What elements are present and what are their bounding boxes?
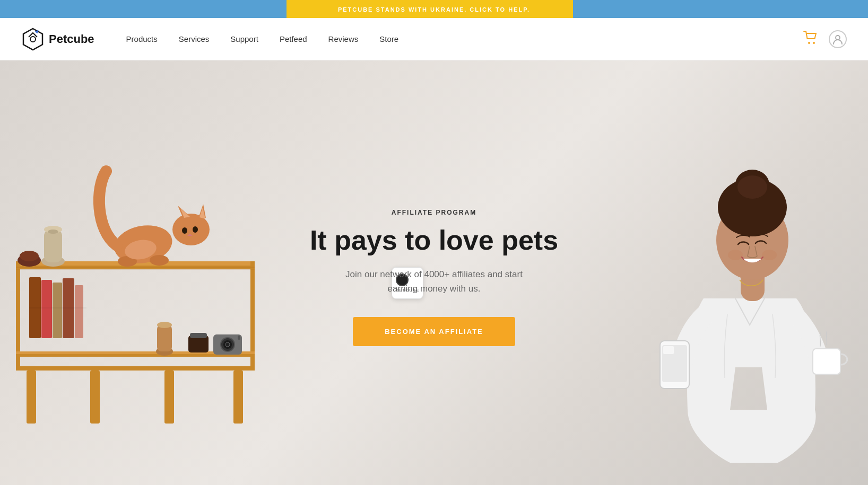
svg-rect-13 (90, 371, 100, 424)
svg-point-32 (225, 342, 230, 347)
user-icon[interactable] (829, 30, 847, 48)
svg-rect-15 (233, 371, 243, 424)
svg-rect-22 (75, 285, 83, 338)
svg-point-47 (182, 227, 187, 234)
svg-point-57 (728, 250, 743, 260)
nav-support[interactable]: Support (230, 34, 258, 43)
svg-rect-11 (16, 366, 255, 371)
logo-icon (21, 28, 45, 51)
hero-person (656, 104, 868, 485)
svg-point-37 (48, 230, 58, 234)
svg-point-39 (20, 251, 39, 261)
svg-rect-12 (27, 371, 36, 424)
hero-section: AFFILIATE PROGRAM It pays to love pets J… (0, 60, 868, 485)
svg-point-49 (150, 255, 169, 266)
svg-rect-14 (164, 371, 174, 424)
svg-point-46 (193, 226, 198, 233)
hero-center: AFFILIATE PROGRAM It pays to love pets J… (310, 209, 558, 346)
cart-icon[interactable] (803, 31, 818, 48)
svg-rect-62 (813, 349, 840, 374)
svg-point-58 (762, 250, 777, 260)
nav-petfeed[interactable]: Petfeed (280, 34, 307, 43)
svg-rect-33 (238, 336, 240, 340)
svg-marker-0 (23, 29, 42, 50)
hero-subtitle: Join our network of 4000+ affiliates and… (344, 267, 524, 296)
svg-rect-20 (53, 283, 62, 338)
nav-products[interactable]: Products (126, 34, 158, 43)
svg-rect-61 (663, 346, 674, 354)
svg-rect-19 (41, 280, 52, 338)
hero-left-scene (0, 60, 276, 485)
svg-point-3 (813, 42, 815, 44)
banner-text: PETCUBE STANDS WITH UKRAINE. CLICK TO HE… (338, 6, 530, 13)
nav-icons (803, 30, 847, 48)
svg-point-26 (157, 322, 172, 328)
svg-point-2 (808, 42, 810, 44)
svg-rect-16 (16, 267, 255, 268)
logo-text: Petcube (49, 32, 94, 46)
svg-rect-25 (157, 325, 172, 351)
logo[interactable]: Petcube (21, 28, 94, 51)
navbar: Petcube Products Services Support Petfee… (0, 18, 868, 60)
nav-reviews[interactable]: Reviews (328, 34, 359, 43)
affiliate-label: AFFILIATE PROGRAM (310, 209, 558, 216)
nav-links: Products Services Support Petfeed Review… (126, 34, 803, 43)
svg-rect-35 (44, 230, 62, 262)
nav-services[interactable]: Services (179, 34, 210, 43)
svg-point-1 (30, 37, 36, 42)
svg-rect-17 (16, 269, 255, 270)
ukraine-banner[interactable]: PETCUBE STANDS WITH UKRAINE. CLICK TO HE… (0, 0, 868, 18)
nav-store[interactable]: Store (379, 34, 398, 43)
svg-rect-28 (190, 333, 207, 338)
svg-point-56 (737, 175, 767, 199)
svg-point-4 (836, 36, 840, 40)
become-affiliate-button[interactable]: BECOME AN AFFILIATE (353, 317, 515, 346)
hero-title: It pays to love pets (310, 225, 558, 257)
